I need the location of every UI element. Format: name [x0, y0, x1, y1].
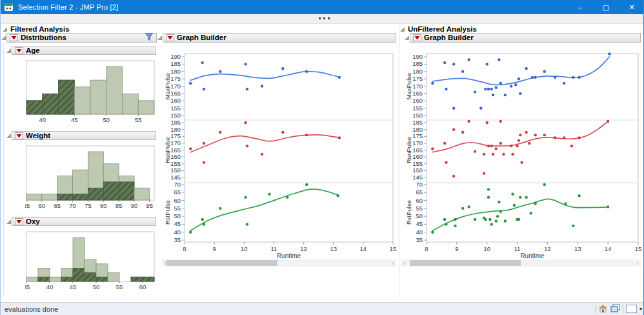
data-point[interactable]: [305, 70, 308, 73]
histogram-bar-selected[interactable]: [88, 188, 103, 200]
histogram-bar[interactable]: [26, 277, 38, 281]
data-point[interactable]: [570, 145, 573, 147]
data-point[interactable]: [467, 205, 470, 208]
data-point[interactable]: [338, 76, 341, 79]
histogram-bar[interactable]: [106, 66, 123, 114]
data-point[interactable]: [474, 150, 476, 152]
data-point[interactable]: [244, 63, 247, 65]
disclosure-triangle-icon[interactable]: [400, 27, 405, 32]
horizontal-scrollbar[interactable]: ‹ ›: [401, 259, 641, 267]
red-triangle-menu-icon[interactable]: [413, 34, 421, 41]
data-point[interactable]: [219, 131, 221, 134]
data-point[interactable]: [452, 175, 455, 178]
data-point[interactable]: [431, 82, 434, 85]
data-point[interactable]: [516, 145, 518, 147]
data-point[interactable]: [564, 202, 567, 205]
data-point[interactable]: [261, 85, 263, 87]
data-point[interactable]: [452, 63, 455, 65]
data-point[interactable]: [578, 194, 580, 197]
data-point[interactable]: [490, 223, 493, 225]
disclosure-triangle-icon[interactable]: [6, 48, 11, 53]
data-point[interactable]: [578, 136, 580, 139]
scrollbar-thumb[interactable]: [410, 260, 521, 266]
data-point[interactable]: [511, 153, 514, 156]
data-point[interactable]: [531, 76, 534, 79]
data-point[interactable]: [534, 134, 536, 136]
unfiltered-graph-builder-plot[interactable]: 190185180175170165160155150MaxPulse18518…: [399, 50, 643, 258]
distributions-header[interactable]: Distributions: [6, 33, 157, 43]
data-point[interactable]: [454, 218, 456, 221]
red-triangle-menu-icon[interactable]: [15, 47, 23, 54]
data-point[interactable]: [203, 161, 205, 163]
data-point[interactable]: [445, 88, 447, 90]
status-dropdown-caret[interactable]: ▾: [639, 306, 642, 312]
histogram-bar[interactable]: [42, 194, 57, 200]
histogram-bar[interactable]: [108, 272, 119, 281]
data-point[interactable]: [572, 76, 574, 79]
data-point[interactable]: [445, 161, 447, 163]
histogram-bar[interactable]: [134, 188, 150, 200]
data-point[interactable]: [519, 134, 521, 136]
horizontal-scrollbar[interactable]: ‹ ›: [162, 259, 396, 267]
data-point[interactable]: [525, 196, 527, 198]
histogram-bar-selected[interactable]: [59, 80, 75, 114]
histogram-bar-selected[interactable]: [43, 94, 59, 114]
data-point[interactable]: [487, 145, 490, 147]
histogram-bar-selected[interactable]: [96, 277, 108, 281]
filtered-analysis-outline[interactable]: Filtered Analysis: [3, 25, 70, 33]
histogram-bar[interactable]: [74, 87, 90, 114]
disclosure-triangle-icon[interactable]: [6, 219, 11, 224]
data-point[interactable]: [554, 76, 556, 79]
data-point[interactable]: [189, 231, 192, 234]
oxy-histogram-plot[interactable]: 354045505560: [25, 229, 157, 294]
filtered-graph-builder-header[interactable]: Graph Builder: [163, 33, 396, 43]
data-point[interactable]: [534, 76, 536, 79]
data-point[interactable]: [563, 82, 565, 85]
data-point[interactable]: [486, 121, 488, 124]
data-point[interactable]: [461, 70, 464, 73]
status-option-button[interactable]: [626, 305, 637, 313]
data-point[interactable]: [445, 223, 447, 225]
histogram-bar[interactable]: [138, 101, 154, 114]
data-point[interactable]: [492, 153, 494, 156]
disclosure-triangle-icon[interactable]: [1, 36, 6, 40]
data-point[interactable]: [518, 77, 520, 80]
data-point[interactable]: [479, 107, 482, 109]
histogram-bar[interactable]: [90, 80, 106, 114]
histogram-bar-selected[interactable]: [26, 101, 43, 114]
filtered-graph-builder-plot[interactable]: 190185180175170165160155150MaxPulse18518…: [162, 50, 397, 258]
unfiltered-analysis-outline[interactable]: UnFiltered Analysis: [400, 25, 477, 33]
data-point[interactable]: [578, 76, 580, 79]
histogram-bar-selected[interactable]: [61, 277, 73, 281]
data-point[interactable]: [201, 61, 203, 64]
data-point[interactable]: [495, 147, 498, 150]
scroll-left-arrow[interactable]: ‹: [401, 259, 408, 267]
data-point[interactable]: [498, 58, 500, 61]
data-point[interactable]: [499, 120, 502, 123]
data-point[interactable]: [607, 120, 609, 123]
data-point[interactable]: [203, 142, 205, 145]
data-point[interactable]: [499, 82, 502, 85]
data-point[interactable]: [452, 128, 455, 130]
data-point[interactable]: [474, 218, 476, 221]
oxy-header[interactable]: Oxy: [12, 217, 156, 226]
data-point[interactable]: [510, 85, 512, 87]
data-point[interactable]: [305, 134, 308, 136]
data-point[interactable]: [543, 70, 546, 73]
histogram-bar-selected[interactable]: [85, 272, 96, 281]
data-point[interactable]: [492, 94, 494, 96]
data-point[interactable]: [525, 131, 527, 134]
histogram-bar[interactable]: [50, 277, 61, 281]
data-point[interactable]: [534, 202, 536, 205]
data-point[interactable]: [554, 136, 556, 139]
data-point[interactable]: [281, 131, 284, 134]
unfiltered-graph-builder-header[interactable]: Graph Builder: [410, 33, 641, 43]
data-point[interactable]: [543, 134, 546, 136]
toolbar-overflow-grip[interactable]: [319, 17, 330, 19]
data-point[interactable]: [219, 207, 221, 210]
data-point[interactable]: [608, 52, 610, 55]
histogram-bar-selected[interactable]: [73, 194, 88, 200]
data-point[interactable]: [201, 218, 203, 221]
data-point[interactable]: [443, 218, 446, 221]
data-point[interactable]: [519, 196, 521, 198]
